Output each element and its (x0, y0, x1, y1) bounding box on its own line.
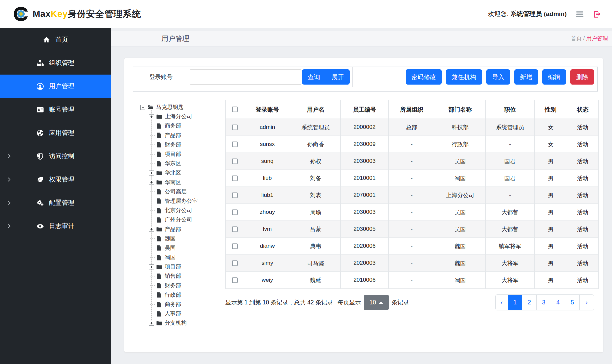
tree-node[interactable]: 财务部 (140, 140, 225, 150)
expand-icon[interactable] (149, 114, 154, 119)
row-checkbox[interactable] (232, 277, 238, 283)
folder-icon (156, 179, 162, 185)
table-cell: - (486, 136, 535, 153)
tree-node-label: 广州分公司 (165, 216, 192, 223)
pagination: 显示第 1 到第 10 条记录，总共 42 条记录 每页显示 10 条记录 ‹1… (225, 294, 599, 310)
tree-node[interactable]: 广州分公司 (140, 215, 225, 224)
tree-node[interactable]: 商务部 (140, 121, 225, 131)
tree-node[interactable]: 上海分公司 (140, 112, 225, 121)
row-checkbox[interactable] (232, 176, 238, 181)
row-checkbox-cell (226, 136, 244, 153)
tree-node[interactable]: 华南区 (140, 178, 225, 187)
sidebar-item-organization[interactable]: 组织管理 (0, 51, 111, 75)
page-button-3[interactable]: 3 (536, 295, 551, 310)
tree-node[interactable]: 产品部 (140, 224, 225, 234)
page-button-4[interactable]: 4 (551, 295, 565, 310)
breadcrumb-home[interactable]: 首页 (571, 35, 582, 41)
table-cell: 系统管理员 (291, 119, 341, 136)
table-cell: 魏国 (435, 238, 486, 255)
expand-icon[interactable] (149, 321, 154, 326)
app: MaxKey身份安全管理系统 欢迎您: 系统管理员 (admin) 首页组织管理… (0, 0, 612, 364)
expand-icon[interactable] (149, 264, 154, 269)
tree-node-label: 公司高层 (165, 188, 187, 195)
expand-icon[interactable] (149, 171, 154, 176)
maxkey-logo-icon (13, 6, 29, 22)
delete-button[interactable]: 删除 (570, 69, 594, 85)
collapse-icon[interactable] (140, 105, 145, 110)
tree-node[interactable]: 人事部 (140, 309, 225, 318)
tree-node[interactable]: 商务部 (140, 300, 225, 309)
sidebar-item-configuration[interactable]: 配置管理 (0, 191, 111, 214)
tree-node[interactable]: 行政部 (140, 290, 225, 300)
file-icon (156, 151, 162, 158)
folder-open-icon (147, 104, 154, 111)
table-cell: 司马懿 (291, 255, 341, 272)
tree-node[interactable]: 管理层办公室 (140, 196, 225, 206)
query-button[interactable]: 查询 (302, 69, 326, 85)
table-cell: simy (244, 255, 291, 272)
login-account-input[interactable] (190, 69, 301, 85)
row-checkbox[interactable] (232, 243, 238, 249)
tree-branch-line (150, 304, 155, 305)
menu-toggle-icon[interactable] (575, 10, 584, 19)
row-checkbox-cell (226, 238, 244, 255)
row-checkbox[interactable] (232, 209, 238, 215)
sidebar-item-permissions[interactable]: 权限管理 (0, 168, 111, 191)
tree-table-region: 马克思钥匙上海分公司商务部产品部财务部项目部华东区华北区华南区公司高层管理层办公… (133, 100, 598, 333)
next-page-button[interactable]: › (579, 295, 594, 310)
tree-node[interactable]: 销售部 (140, 271, 225, 281)
tree-node[interactable]: 财务部 (140, 281, 225, 290)
tree-node[interactable]: 产品部 (140, 131, 225, 140)
action-buttons: 密码修改兼任机构导入新增编辑删除 (353, 69, 597, 85)
row-checkbox[interactable] (232, 142, 238, 147)
tree-node[interactable]: 华东区 (140, 159, 225, 168)
tree-node[interactable]: 分支机构 (140, 318, 225, 328)
row-checkbox[interactable] (232, 260, 238, 266)
page-button-1[interactable]: 1 (508, 295, 522, 310)
concurrent-org-button[interactable]: 兼任机构 (446, 69, 482, 85)
tree-node[interactable]: 蜀国 (140, 253, 225, 262)
tree-node[interactable]: 吴国 (140, 243, 225, 253)
table-row: dianw典韦2020006-魏国镇军将军男活动 (226, 238, 599, 255)
tree-node[interactable]: 马克思钥匙 (140, 103, 225, 112)
logout-icon[interactable] (593, 10, 602, 19)
prev-page-button[interactable]: ‹ (496, 295, 508, 310)
sidebar-item-home[interactable]: 首页 (0, 28, 111, 51)
brand-key: Key (51, 9, 68, 19)
import-button[interactable]: 导入 (486, 69, 510, 85)
page-button-5[interactable]: 5 (565, 295, 579, 310)
edit-button[interactable]: 编辑 (542, 69, 566, 85)
change-password-button[interactable]: 密码修改 (406, 69, 442, 85)
select-all-checkbox[interactable] (232, 107, 238, 112)
expand-icon[interactable] (149, 180, 154, 185)
expand-icon[interactable] (149, 227, 154, 232)
add-button[interactable]: 新增 (514, 69, 538, 85)
page-button-2[interactable]: 2 (522, 295, 536, 310)
page-size-select[interactable]: 10 (364, 295, 389, 310)
tree-node[interactable]: 北京分公司 (140, 206, 225, 215)
sidebar-item-applications[interactable]: 应用管理 (0, 121, 111, 145)
sidebar-item-accounts[interactable]: 账号管理 (0, 98, 111, 121)
expand-button[interactable]: 展开 (326, 69, 350, 85)
row-checkbox[interactable] (232, 125, 238, 130)
page-size-value: 10 (369, 299, 376, 306)
tree-node[interactable]: 华北区 (140, 168, 225, 178)
sidebar-item-audit-log[interactable]: 日志审计 (0, 214, 111, 238)
brand[interactable]: MaxKey身份安全管理系统 (0, 6, 141, 22)
sidebar-item-access-control[interactable]: 访问控制 (0, 145, 111, 168)
welcome-prefix: 欢迎您: (488, 10, 509, 17)
table-cell: 大将军 (486, 272, 535, 289)
tree-node[interactable]: 项目部 (140, 150, 225, 159)
table-cell: 吕蒙 (291, 221, 341, 238)
records-suffix: 条记录 (392, 298, 409, 306)
tree-node[interactable]: 公司高层 (140, 187, 225, 196)
search-row: 登录账号 查询 展开 密码修改兼任机构导入新增编辑删除 (133, 67, 597, 87)
tree-node[interactable]: 项目部 (140, 262, 225, 271)
row-checkbox[interactable] (232, 192, 238, 198)
pagination-summary-area: 显示第 1 到第 10 条记录，总共 42 条记录 每页显示 10 条记录 (225, 295, 409, 310)
row-checkbox[interactable] (232, 159, 238, 164)
tree-node[interactable]: 魏国 (140, 234, 225, 243)
row-checkbox[interactable] (232, 226, 238, 232)
tree-branch-line (150, 154, 155, 155)
sidebar-item-users[interactable]: 用户管理 (0, 75, 111, 98)
